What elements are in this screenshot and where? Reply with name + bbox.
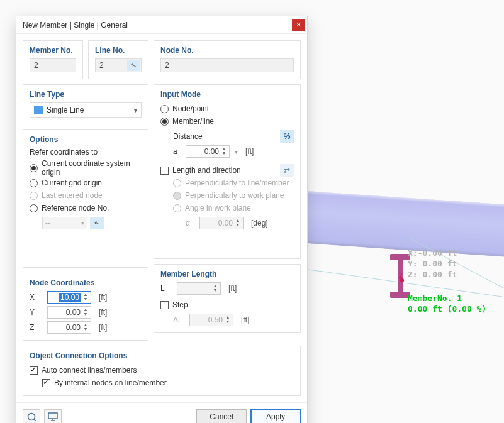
options-label: Options [30,135,142,144]
member-length-label: Member Length [160,270,294,278]
coord-x-unit: [ft] [99,293,107,302]
coord-z-input[interactable]: 0.00 ▲▼ [47,321,91,334]
help-icon [27,412,36,421]
member-no-label: Member No. [30,46,76,55]
monitor-icon [48,412,58,421]
spinner-arrows-icon[interactable]: ▲▼ [82,292,89,302]
coord-readout: X:-0.00 ft Y: 0.00 ft Z: 0.00 ft [408,248,457,280]
member-no-field[interactable]: 2 [30,58,76,72]
coord-z-unit: [ft] [99,323,107,332]
options-group: Options Refer coordinates to Current coo… [23,129,148,268]
dl-unit: [ft] [241,316,249,324]
spinner-arrows-icon[interactable]: ▲▼ [82,307,89,317]
node-no-group: Node No. 2 [154,40,301,79]
radio-icon [173,204,181,212]
percent-icon: % [284,132,291,141]
a-label: a [173,147,181,156]
internal-nodes-check[interactable]: By internal nodes on line/member [42,376,294,389]
coord-y-unit: [ft] [99,308,107,317]
member-length-group: Member Length L ▲▼ [ft] Step [154,264,301,333]
node-no-field[interactable]: 2 [160,58,294,72]
length-direction-check[interactable]: Length and direction ⇄ [160,164,294,177]
help-button[interactable] [23,409,40,423]
apply-button[interactable]: Apply [250,409,301,423]
angle-work-plane: Angle in work plane [173,202,294,214]
close-icon: ✕ [296,21,301,28]
spinner-arrows-icon: ▲▼ [234,218,242,228]
new-member-dialog: New Member | Single | General ✕ Member N… [16,16,308,423]
refer-label: Refer coordinates to [30,148,142,157]
member-readout: MemberNo. 1 0.00 ft (0.00 %) [408,293,486,314]
radio-icon [30,179,38,187]
svg-line-1 [34,419,36,421]
l-label: L [160,284,172,293]
spinner-arrows-icon: ▲▼ [224,315,232,325]
perp-work-plane: Perpendicularly to work plane [173,189,294,202]
pick-node-button[interactable]: ↖ [90,217,104,229]
close-button[interactable]: ✕ [292,19,305,31]
perp-line-member: Perpendicularly to line/member [173,177,294,189]
cursor-icon: ↖ [93,218,101,228]
node-coords-group: Node Coordinates X 10.00 ▲▼ [ft] Y 0.00 [23,273,148,341]
object-connection-group: Object Connection Options Auto connect l… [23,346,301,396]
radio-icon [30,204,38,212]
distance-a-input[interactable]: 0.00 ▲▼ [186,145,230,158]
checkbox-icon [42,379,50,387]
coord-x-label: X [30,293,42,302]
cancel-button[interactable]: Cancel [196,409,247,423]
mode-member-line[interactable]: Member/line [160,115,294,128]
radio-icon [30,164,38,172]
alpha-unit: [deg] [251,219,268,228]
member-no-group: Member No. 2 [23,40,83,79]
node-coords-label: Node Coordinates [30,278,142,287]
checkbox-icon [30,366,38,375]
coord-y-input[interactable]: 0.00 ▲▼ [47,306,91,319]
radio-icon [173,179,181,187]
chevron-down-icon: ▾ [81,220,84,226]
swap-direction-button[interactable]: ⇄ [280,164,294,177]
line-type-label: Line Type [30,90,142,99]
svg-rect-2 [48,413,57,419]
line-type-icon [34,106,43,114]
pick-line-icon[interactable]: ↖ [127,60,140,71]
cursor-icon: ↖ [130,60,138,70]
line-no-label: Line No. [95,46,142,55]
line-no-field[interactable]: 2 ↖ [95,58,142,72]
opt-cs-origin[interactable]: Current coordinate system origin [30,159,142,177]
mode-node-point[interactable]: Node/point [160,102,294,115]
line-type-group: Line Type Single Line ▾ [23,84,148,124]
opt-last-node: Last entered node [30,189,142,202]
l-unit: [ft] [228,284,237,293]
node-no-label: Node No. [160,46,294,55]
coord-y-label: Y [30,308,42,317]
svg-point-0 [28,414,35,420]
object-connection-label: Object Connection Options [30,351,294,360]
coord-z-label: Z [30,323,42,332]
unit-chevron-icon[interactable]: ▾ [235,148,238,155]
spinner-arrows-icon[interactable]: ▲▼ [82,322,89,332]
spinner-arrows-icon[interactable]: ▲▼ [220,146,228,157]
ref-node-select: -- ▾ [42,217,87,229]
line-no-group: Line No. 2 ↖ [88,40,148,79]
spinner-arrows-icon: ▲▼ [211,283,219,294]
auto-connect-check[interactable]: Auto connect lines/members [30,364,294,376]
step-check[interactable]: Step [160,299,294,311]
node-label: 2 [398,272,403,280]
display-button[interactable] [44,409,62,423]
swap-icon: ⇄ [284,166,290,175]
alpha-label: α [186,219,194,228]
coord-x-input[interactable]: 10.00 ▲▼ [47,291,91,304]
radio-icon [160,118,169,126]
percent-toggle[interactable]: % [280,130,294,143]
checkbox-icon [160,167,169,175]
dialog-title: New Member | Single | General [23,21,292,30]
a-unit: [ft] [245,147,254,156]
distance-label: Distance [173,132,203,141]
radio-icon [30,192,38,200]
opt-ref-node[interactable]: Reference node No. [30,202,142,214]
line-type-select[interactable]: Single Line ▾ [30,102,142,118]
radio-icon [173,192,181,200]
line-type-value: Single Line [47,106,84,114]
opt-grid-origin[interactable]: Current grid origin [30,177,142,189]
titlebar[interactable]: New Member | Single | General ✕ [16,16,307,34]
